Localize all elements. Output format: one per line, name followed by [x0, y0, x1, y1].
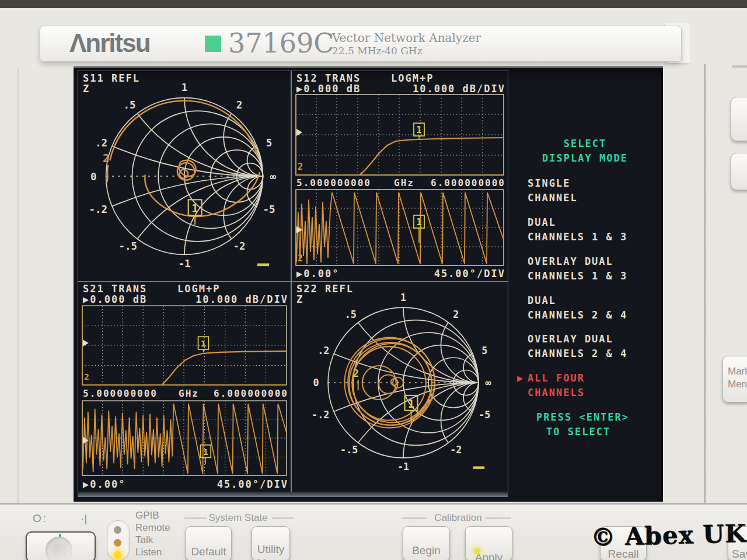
apply-button[interactable]: Apply [465, 526, 512, 560]
default-button-label: Default [186, 527, 231, 558]
s21-phase-marker-1: 1 [201, 445, 211, 464]
menu-footer-line1: PRESS <ENTER> [536, 411, 629, 423]
marker-menu-key[interactable]: Marker Menu [722, 356, 747, 402]
power-button-dimple [46, 537, 72, 560]
svg-text:-1: -1 [178, 258, 190, 270]
svg-text:5: 5 [266, 137, 273, 149]
svg-text:1: 1 [201, 338, 206, 348]
svg-text:-5: -5 [479, 409, 490, 421]
talk-label: Talk [135, 534, 153, 546]
right-panel-divider [704, 64, 706, 503]
s12-title: S12 TRANS [296, 72, 361, 84]
menu-title-line2: DISPLAY MODE [510, 152, 660, 164]
s12-phase-marker-2: 2 [298, 253, 303, 264]
s12-magnitude-plot: 2 1 [295, 94, 504, 176]
s21-magnitude-plot: 2 1 [82, 304, 287, 386]
listen-label: Listen [135, 547, 162, 558]
power-off-symbol: O: [33, 512, 48, 525]
logo-green-square-icon [205, 36, 221, 52]
power-button[interactable] [26, 531, 96, 560]
s12-freq-start: 5.000000000 [296, 177, 371, 188]
utility-menu-button[interactable]: Utility Menu [252, 526, 290, 560]
system-state-line-left [184, 517, 207, 519]
s21-phase-scale: 45.00°/DIV [217, 478, 288, 490]
menu-item-all-four-line2: CHANNELS [528, 387, 585, 398]
s12-phase-trace [296, 192, 504, 264]
svg-text:2: 2 [352, 367, 359, 379]
apply-button-label: Apply [466, 527, 512, 560]
channel-1-s11: S11 REFL Z [78, 71, 291, 282]
s11-marker-2: 2 [103, 152, 109, 164]
s12-format: LOGM+P [391, 72, 434, 84]
softkey-menu: SELECT DISPLAY MODE SINGLE CHANNEL DUAL … [510, 71, 660, 488]
menu-selected-arrow-icon: ▶ [517, 372, 524, 384]
watermark: © Abex UK [590, 519, 747, 551]
menu-item-overlay-13-line2: CHANNELS 1 & 3 [528, 270, 627, 282]
s21-format: LOGM+P [177, 283, 220, 295]
s21-phase-ref: ▶0.00° [83, 478, 125, 490]
begin-cal-button[interactable]: Begin Cal [403, 526, 450, 560]
s21-freq-unit: GHz [179, 388, 199, 399]
s21-title: S21 TRANS [83, 283, 147, 295]
menu-item-overlay-13: OVERLAY DUAL [528, 256, 613, 267]
svg-text:1: 1 [416, 217, 421, 228]
default-button[interactable]: Default [186, 526, 232, 560]
s12-freq-unit: GHz [394, 177, 414, 188]
s21-freq-start: 5.000000000 [83, 388, 158, 399]
vna-front-panel: Λnritsu 37169C Vector Network Analyzer 2… [0, 0, 747, 560]
channel-3-s21: S21 TRANS LOGM+P ▶0.000 dB 10.000 dB/DIV… [78, 281, 291, 492]
menu-item-dual-24-line2: CHANNELS 2 & 4 [528, 309, 627, 321]
svg-text:1: 1 [181, 82, 188, 93]
svg-text:1: 1 [408, 397, 415, 411]
anritsu-logo: Λnritsu [69, 29, 150, 58]
s11-smith-chart: 1 .5 2 .2 5 0 ∞ -.2 -5 -.5 -2 -1 1 [84, 76, 285, 276]
s22-smith-chart: 1 .5 2 .2 5 0 ∞ -.2 -5 -.5 -2 -1 1 [307, 286, 500, 479]
model-number: 37169C [228, 27, 334, 59]
calibration-line-right [486, 517, 511, 519]
right-panel-dash [732, 65, 747, 68]
channel-4-s22: S22 REFL Z [291, 281, 508, 492]
begin-cal-label2: Cal [403, 557, 449, 560]
svg-text:2: 2 [453, 309, 459, 320]
system-state-line-right [272, 517, 294, 519]
frequency-range: 22.5 MHz-40 GHz [332, 45, 423, 57]
svg-text:.2: .2 [95, 137, 107, 149]
s12-scale: 10.000 dB/DIV [413, 83, 505, 94]
s21-phase-plot: 1 [82, 400, 287, 477]
remote-label: Remote [135, 522, 170, 534]
svg-text:-.2: -.2 [312, 409, 329, 421]
s11-marker-1: 1 [189, 200, 202, 225]
gpib-led-pill [107, 520, 130, 560]
svg-text:0: 0 [313, 377, 319, 388]
crt-display: S11 REFL Z [74, 66, 663, 502]
channel-2-s12: S12 TRANS LOGM+P ▶0.000 dB 10.000 dB/DIV… [291, 71, 508, 282]
s12-phase-scale: 45.00°/DIV [434, 268, 505, 279]
power-on-symbol: ·| [81, 512, 87, 525]
svg-text:2: 2 [236, 99, 243, 111]
marker-menu-key-label2: Menu [723, 377, 747, 390]
svg-text:0: 0 [90, 171, 97, 183]
s21-reference: ▶0.000 dB [83, 293, 147, 305]
svg-text:-.5: -.5 [340, 444, 358, 456]
svg-text:-.2: -.2 [89, 204, 107, 215]
svg-text:-.5: -.5 [118, 240, 137, 252]
begin-cal-label1: Begin [403, 527, 449, 557]
side-key-upper[interactable] [731, 97, 747, 141]
menu-item-dual-24: DUAL [528, 295, 556, 306]
menu-item-all-four: ALL FOUR [528, 372, 585, 384]
svg-text:1: 1 [203, 447, 208, 457]
s21-scale: 10.000 dB/DIV [196, 293, 288, 305]
svg-text:.5: .5 [345, 309, 357, 320]
product-name: Vector Network Analyzer [332, 31, 481, 45]
svg-text:5: 5 [481, 345, 487, 356]
menu-item-overlay-24-line2: CHANNELS 2 & 4 [528, 348, 627, 359]
menu-item-dual-13: DUAL [528, 216, 556, 228]
s21-phase-trace [83, 404, 287, 474]
s21-magnitude-trace [162, 351, 287, 385]
svg-text:1: 1 [416, 125, 421, 135]
case-top-edge [0, 0, 747, 8]
s11-graticule [84, 76, 285, 276]
side-key-lower[interactable] [731, 153, 747, 190]
logo-plate: Λnritsu 37169C Vector Network Analyzer 2… [40, 26, 682, 62]
svg-text:.5: .5 [123, 99, 135, 111]
